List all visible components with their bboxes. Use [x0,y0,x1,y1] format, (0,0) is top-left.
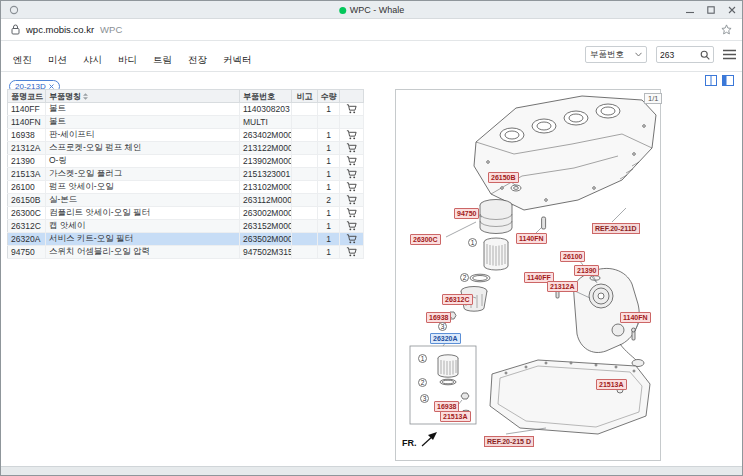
cell-partno[interactable]: 213122M000 [240,142,292,155]
cell-qty: 2 [318,194,340,207]
cell-remark [292,181,318,194]
part-label-21390[interactable]: 21390 [574,265,599,276]
part-label-26150b[interactable]: 26150B [488,172,519,183]
cart-button[interactable] [346,195,357,205]
parts-table: 품명코드 부품명칭 부품번호 비고 수량 1140FF 볼트 114030820… [7,89,364,259]
nav-item-chassis[interactable]: 샤시 [83,54,102,67]
cell-partno[interactable]: MULTI [240,116,292,129]
cell-partno[interactable]: 263002M000 [240,207,292,220]
part-label-94750[interactable]: 94750 [454,208,479,219]
search-box [656,46,714,63]
cell-qty: 1 [318,181,340,194]
bookmark-star-icon[interactable] [721,24,732,35]
nav-item-trim[interactable]: 트림 [153,54,172,67]
cart-button[interactable] [346,247,357,257]
cart-button[interactable] [346,104,357,114]
close-button[interactable] [727,6,736,15]
cell-remark [292,220,318,233]
cell-partno[interactable]: 213102M000 [240,181,292,194]
cart-button[interactable] [346,182,357,192]
part-label-16938[interactable]: 16938 [426,312,451,323]
cart-button[interactable] [346,130,357,140]
part-label-26300c[interactable]: 26300C [410,234,441,245]
cell-partno[interactable]: 263402M000 [240,129,292,142]
part-label-1140fn[interactable]: 1140FN [516,233,547,244]
col-header-code[interactable]: 품명코드 [8,90,46,103]
search-input[interactable] [660,50,700,60]
cell-partno[interactable]: 2151323001 [240,168,292,181]
split-view-icon[interactable] [705,75,717,86]
nav-item-transmission[interactable]: 미션 [48,54,67,67]
cell-partno[interactable]: 263152M000 [240,220,292,233]
window-title-area: WPC - Whale [339,1,405,19]
maximize-button[interactable] [706,6,715,15]
search-type-select[interactable]: 부품번호 [585,46,647,63]
table-row[interactable]: 1140FN 볼트 MULTI [8,116,364,129]
engine-block-drawing [474,96,656,210]
table-row[interactable]: 26300C 컴플리트 앗세이-오일 필터 263002M000 1 [8,207,364,220]
col-header-qty[interactable]: 수량 [318,90,340,103]
ref-label-20-211d[interactable]: REF.20-211D [592,223,640,234]
cart-button[interactable] [346,156,357,166]
part-label-21312a[interactable]: 21312A [547,281,578,292]
table-row[interactable]: 16938 판-세이프티 263402M000 1 [8,129,364,142]
cell-name: 서비스 키트-오일 필터 [46,233,240,246]
cell-partno[interactable]: 947502M315 [240,246,292,259]
nav-item-connector[interactable]: 커넥터 [223,54,252,67]
cell-code: 1140FN [8,116,46,129]
col-header-partno[interactable]: 부품번호 [240,90,292,103]
part-label-21513a[interactable]: 21513A [596,379,627,390]
col-header-remark[interactable]: 비고 [292,90,318,103]
cell-remark [292,103,318,116]
table-row[interactable]: 21513A 가스켓-오일 플러그 2151323001 1 [8,168,364,181]
part-label-21513a-kit[interactable]: 21513A [440,411,471,422]
cell-qty: 1 [318,155,340,168]
col-header-name[interactable]: 부품명칭 [46,90,240,103]
part-label-1140fn-2[interactable]: 1140FN [620,312,651,323]
table-row[interactable]: 26100 펌프 앗세이-오일 213102M000 1 [8,181,364,194]
cart-button[interactable] [346,234,357,244]
cell-remark [292,233,318,246]
cart-button[interactable] [346,208,357,218]
cell-partno[interactable]: 263112M000 [240,194,292,207]
cell-name: 스위치 어셈블리-오일 압력 [46,246,240,259]
board-view-icon[interactable] [722,75,734,86]
search-type-label: 부품번호 [590,49,624,61]
callout-number: 2 [418,378,427,387]
window-bottom-edge [1,466,742,475]
table-row[interactable]: 1140FF 볼트 1140308203 1 [8,103,364,116]
cart-button[interactable] [346,221,357,231]
cell-remark [292,246,318,259]
table-row[interactable]: 26320A 서비스 키트-오일 필터 263502M000 1 [8,233,364,246]
search-icon[interactable] [700,50,710,60]
whale-tab-icon[interactable] [9,5,19,15]
table-row[interactable]: 26312C 캡 앗세이 263152M000 1 [8,220,364,233]
table-row[interactable]: 26150B 실-본드 263112M000 2 [8,194,364,207]
cell-partno[interactable]: 263502M000 [240,233,292,246]
cart-button[interactable] [346,143,357,153]
nav-item-body[interactable]: 바디 [118,54,137,67]
cell-qty: 1 [318,220,340,233]
table-row[interactable]: 21390 O-링 213902M000 1 [8,155,364,168]
part-label-26320a-selected[interactable]: 26320A [430,333,461,344]
callout-number: 1 [418,354,427,363]
nav-item-electrical[interactable]: 전장 [188,54,207,67]
sort-icon [83,93,88,100]
cart-button[interactable] [346,169,357,179]
nav-item-engine[interactable]: 엔진 [13,54,32,67]
cell-partno[interactable]: 213902M000 [240,155,292,168]
minimize-button[interactable] [685,6,694,15]
callout-number: 1 [468,238,477,247]
address-bar[interactable]: wpc.mobis.co.kr WPC [1,19,742,41]
menu-icon[interactable] [723,49,736,60]
table-row[interactable]: 94750 스위치 어셈블리-오일 압력 947502M315 1 [8,246,364,259]
part-label-26312c[interactable]: 26312C [442,294,473,305]
window-title: WPC - Whale [350,5,405,15]
cell-name: 컴플리트 앗세이-오일 필터 [46,207,240,220]
part-label-26100[interactable]: 26100 [560,251,585,262]
url-host[interactable]: wpc.mobis.co.kr [26,24,94,35]
table-row[interactable]: 21312A 스프로켓-오일 펌프 체인 213122M000 1 [8,142,364,155]
cell-code: 26100 [8,181,46,194]
ref-label-20-215d[interactable]: REF.20-215 D [484,436,534,447]
cell-partno[interactable]: 1140308203 [240,103,292,116]
